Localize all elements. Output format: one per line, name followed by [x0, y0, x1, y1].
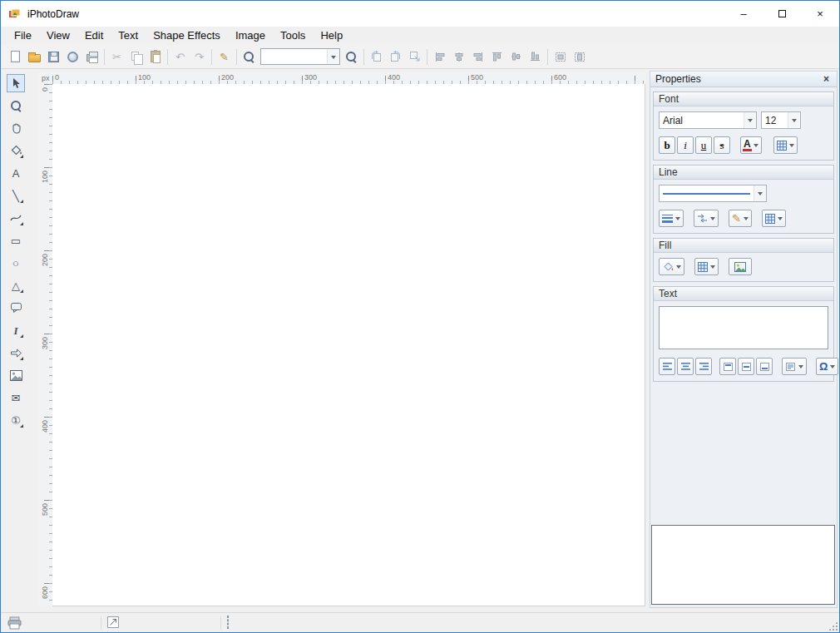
font-effects-button[interactable]: [773, 136, 798, 154]
menu-help[interactable]: Help: [313, 27, 350, 45]
zoom-button[interactable]: [240, 47, 259, 67]
curve-tool-icon: [10, 213, 22, 223]
text-valign-middle-button[interactable]: [738, 358, 754, 375]
ruler-label: 300: [304, 73, 317, 82]
font-size-combobox[interactable]: 12: [761, 111, 801, 129]
resize-grip[interactable]: [828, 621, 838, 631]
toolbar-separator: [211, 49, 212, 65]
arrow-tool-button[interactable]: [7, 344, 25, 362]
copy-button[interactable]: [126, 47, 146, 67]
align-bottom-button[interactable]: [526, 47, 545, 67]
arrow-style-button[interactable]: [694, 210, 719, 227]
line-width-button[interactable]: [659, 210, 684, 227]
menu-tools[interactable]: Tools: [273, 27, 313, 45]
menu-shape-effects[interactable]: Shape Effects: [146, 27, 228, 45]
text-align-center-button[interactable]: [677, 358, 694, 375]
image-icon: [10, 370, 22, 381]
zoom-combobox[interactable]: [260, 48, 340, 65]
printer-status-button[interactable]: [7, 616, 22, 632]
font-family-dropdown[interactable]: [744, 112, 756, 128]
menu-edit[interactable]: Edit: [77, 27, 111, 45]
pen-icon: ✎: [732, 213, 741, 224]
bold-button[interactable]: b: [659, 136, 675, 154]
pan-tool-button[interactable]: [7, 119, 25, 137]
align-top-button[interactable]: [487, 47, 506, 67]
chevron-down-icon: [754, 144, 758, 150]
text-tool-button[interactable]: A: [7, 164, 25, 182]
menu-image[interactable]: Image: [228, 27, 273, 45]
line-effects-button[interactable]: [762, 210, 786, 227]
fill-color-button[interactable]: [659, 258, 684, 275]
font-color-button[interactable]: A: [740, 136, 762, 154]
chevron-down-icon: [798, 365, 803, 371]
rotate-left-button[interactable]: [367, 47, 386, 67]
globe-icon: [67, 52, 78, 62]
cut-button[interactable]: ✂: [107, 47, 126, 67]
redo-button[interactable]: ↷: [190, 47, 209, 67]
properties-close-button[interactable]: ×: [820, 73, 833, 85]
center-horizontal-button[interactable]: [551, 47, 570, 67]
line-tool-icon: ╲: [12, 190, 19, 201]
ellipse-tool-button[interactable]: ○: [7, 254, 25, 272]
line-tool-button[interactable]: ╲: [7, 186, 25, 205]
print-button[interactable]: [82, 47, 101, 67]
resize-button[interactable]: [405, 47, 424, 67]
zoom-dropdown-area[interactable]: [327, 49, 339, 64]
line-style-dropdown[interactable]: [754, 185, 766, 201]
text-valign-top-button[interactable]: [719, 358, 736, 375]
align-left-button[interactable]: [430, 47, 449, 67]
line-style-combobox[interactable]: [659, 185, 767, 202]
insert-symbol-button[interactable]: Ω: [816, 358, 838, 375]
align-center-button[interactable]: [449, 47, 468, 67]
menu-file[interactable]: File: [7, 27, 39, 45]
menu-text[interactable]: Text: [111, 27, 146, 45]
edit-annotation-button[interactable]: ✎: [215, 47, 234, 67]
image-tool-button[interactable]: [7, 366, 25, 384]
select-tool-button[interactable]: [7, 74, 25, 92]
fill-effects-button[interactable]: [694, 258, 719, 275]
center-vertical-button[interactable]: [570, 47, 589, 67]
align-middle-button[interactable]: [506, 47, 526, 67]
fill-group-header: Fill: [654, 239, 833, 253]
stamp-tool-button[interactable]: ✉: [7, 388, 25, 407]
align-right-button[interactable]: [468, 47, 487, 67]
fill-tool-button[interactable]: [7, 141, 25, 160]
close-button[interactable]: ×: [801, 1, 839, 27]
menu-view[interactable]: View: [39, 27, 77, 45]
underline-button[interactable]: u: [695, 136, 712, 154]
strikethrough-button[interactable]: s: [714, 136, 730, 154]
rotate-right-button[interactable]: [386, 47, 405, 67]
fit-zoom-button[interactable]: [342, 47, 361, 67]
undo-button[interactable]: ↶: [170, 47, 190, 67]
line-color-button[interactable]: ✎: [729, 210, 752, 227]
navigator-preview[interactable]: [651, 525, 835, 605]
text-align-left-button[interactable]: [659, 358, 675, 375]
maximize-button[interactable]: [763, 1, 801, 27]
save-button[interactable]: [44, 47, 63, 67]
text-layout-button[interactable]: [782, 358, 807, 375]
font-size-dropdown[interactable]: [788, 112, 800, 128]
valign-bottom-icon: [759, 362, 770, 372]
paste-icon: [151, 51, 161, 62]
curve-tool-button[interactable]: [7, 209, 25, 227]
font-family-combobox[interactable]: Arial: [659, 111, 757, 129]
web-button[interactable]: [63, 47, 82, 67]
open-button[interactable]: [25, 47, 44, 67]
fill-image-button[interactable]: [729, 258, 752, 275]
numbering-tool-button[interactable]: ①: [7, 411, 25, 429]
paste-button[interactable]: [146, 47, 165, 67]
canvas[interactable]: [52, 84, 645, 606]
callout-tool-button[interactable]: [7, 299, 25, 317]
italic-button[interactable]: i: [677, 136, 694, 154]
align-left-icon: [662, 362, 673, 371]
text-align-right-button[interactable]: [695, 358, 712, 375]
text-input[interactable]: [659, 306, 828, 349]
zoom-tool-button[interactable]: [7, 96, 25, 115]
app-window: iPhotoDraw – × File View Edit Text Shape…: [0, 0, 840, 633]
new-button[interactable]: [6, 47, 25, 67]
rectangle-tool-button[interactable]: ▭: [7, 231, 25, 250]
text-valign-bottom-button[interactable]: [756, 358, 773, 375]
minimize-button[interactable]: –: [724, 1, 763, 27]
polygon-tool-button[interactable]: △: [7, 276, 25, 294]
text-box-tool-button[interactable]: I: [7, 321, 25, 339]
